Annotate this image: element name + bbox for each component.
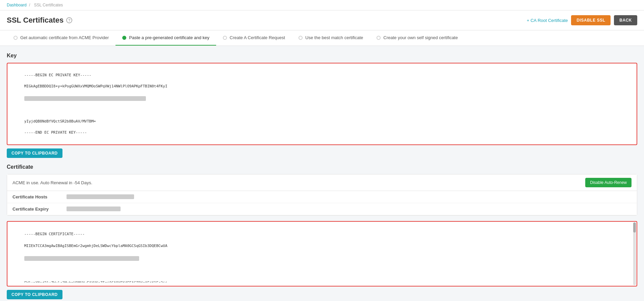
acme-text: ACME in use. Auto Renewal in -54 Days. xyxy=(12,180,92,185)
key-line-4: yIyjdQB8NdBfVQctSR2b8BuAV/MVTBM= xyxy=(24,119,96,124)
cert-copy-button[interactable]: COPY TO CLIPBOARD xyxy=(7,290,62,299)
cert-line-1: -----BEGIN CERTIFICATE----- xyxy=(24,232,85,236)
tab-acme[interactable]: Get automatic certificate from ACME Prov… xyxy=(7,30,115,46)
key-line-1: -----BEGIN EC PRIVATE KEY----- xyxy=(24,73,92,77)
breadcrumb-current: SSL Certificates xyxy=(34,3,63,7)
cert-expiry-value xyxy=(67,207,632,212)
ca-root-link[interactable]: CA Root Certificate xyxy=(527,18,568,23)
cert-line-4: EWlyaXNod2lyZWxlc3MubmV0MHYwEAYHKoZIzj0C… xyxy=(24,281,168,282)
help-icon[interactable]: ? xyxy=(66,17,72,23)
key-line-5: -----END EC PRIVATE KEY----- xyxy=(24,130,87,135)
cert-line-2: MIIEkTCCA3mgAwIBAgISBEmGr2wgmhjDeLSWDwcY… xyxy=(24,244,168,248)
tab-self-signed-label: Create your own self signed certificate xyxy=(383,35,458,40)
certificate-section-title: Certificate xyxy=(7,164,637,170)
cert-expiry-blurred xyxy=(67,207,121,211)
tab-self-signed[interactable]: Create your own self signed certificate xyxy=(370,30,464,46)
tab-radio-request xyxy=(223,36,227,40)
key-textarea-wrapper[interactable]: -----BEGIN EC PRIVATE KEY----- MIGkAgEBB… xyxy=(7,63,637,145)
cert-textarea-wrapper[interactable]: -----BEGIN CERTIFICATE----- MIIEkTCCA3mg… xyxy=(7,221,637,286)
cert-content: -----BEGIN CERTIFICATE----- MIIEkTCCA3mg… xyxy=(11,225,633,282)
tab-best-match[interactable]: Use the best match certificate xyxy=(292,30,370,46)
main-content: Key -----BEGIN EC PRIVATE KEY----- MIGkA… xyxy=(0,46,644,301)
header-actions: CA Root Certificate DISABLE SSL BACK xyxy=(527,15,637,25)
tab-best-match-label: Use the best match certificate xyxy=(305,35,363,40)
cert-expiry-row: Certificate Expiry xyxy=(7,203,637,215)
tabs-bar: Get automatic certificate from ACME Prov… xyxy=(0,30,644,46)
cert-hosts-row: Certificate Hosts xyxy=(7,191,637,203)
cert-hosts-blurred xyxy=(67,194,134,199)
certificate-section: ACME in use. Auto Renewal in -54 Days. D… xyxy=(7,174,637,216)
tab-acme-label: Get automatic certificate from ACME Prov… xyxy=(20,35,109,40)
key-line-3-blurred xyxy=(24,96,146,101)
page-title: SSL Certificates xyxy=(7,16,63,25)
disable-ssl-button[interactable]: DISABLE SSL xyxy=(571,15,611,25)
back-button[interactable]: BACK xyxy=(614,15,637,25)
tab-radio-best-match xyxy=(299,36,303,40)
cert-hosts-value xyxy=(67,194,632,199)
tab-paste[interactable]: Paste a pre-generated certificate and ke… xyxy=(115,30,216,46)
tab-radio-acme xyxy=(14,36,18,40)
disable-auto-renew-button[interactable]: Disable Auto-Renew xyxy=(585,178,632,187)
breadcrumb: Dashboard / SSL Certificates xyxy=(0,0,644,10)
key-content: -----BEGIN EC PRIVATE KEY----- MIGkAgEBB… xyxy=(11,67,633,141)
cert-hosts-label: Certificate Hosts xyxy=(12,194,67,199)
tab-request[interactable]: Create A Certificate Request xyxy=(216,30,292,46)
tab-radio-self-signed xyxy=(377,36,381,40)
cert-expiry-label: Certificate Expiry xyxy=(12,207,67,212)
acme-bar: ACME in use. Auto Renewal in -54 Days. D… xyxy=(7,174,637,191)
cert-scroll-thumb xyxy=(633,222,636,232)
breadcrumb-separator: / xyxy=(29,3,30,7)
page-header: SSL Certificates ? CA Root Certificate D… xyxy=(0,10,644,30)
key-section-title: Key xyxy=(7,53,637,59)
tab-paste-label: Paste a pre-generated certificate and ke… xyxy=(129,35,209,40)
page-title-group: SSL Certificates ? xyxy=(7,16,72,25)
key-copy-button[interactable]: COPY TO CLIPBOARD xyxy=(7,148,62,158)
breadcrumb-dashboard[interactable]: Dashboard xyxy=(7,3,27,7)
tab-request-label: Create A Certificate Request xyxy=(230,35,285,40)
cert-line-3-blurred xyxy=(24,256,139,261)
key-line-2: MIGkAgEBBDDQI8+y+kPogGUWXxVMQMOoSWPqVWj1… xyxy=(24,84,168,88)
tab-radio-paste xyxy=(122,36,126,40)
cert-scrollbar[interactable] xyxy=(633,222,636,285)
